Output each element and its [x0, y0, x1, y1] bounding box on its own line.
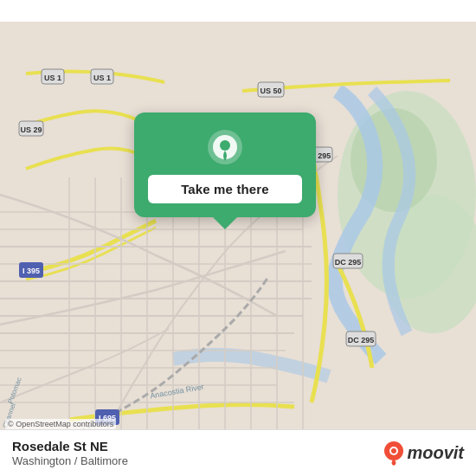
moovit-brand-text: moovit: [407, 443, 464, 463]
svg-text:DC 295: DC 295: [348, 336, 375, 344]
osm-attribution: © OpenStreetMap contributors: [5, 419, 116, 429]
location-callout: Take me there: [134, 113, 316, 217]
street-name: Rosedale St NE: [12, 439, 128, 453]
svg-text:I 395: I 395: [23, 267, 40, 275]
svg-text:US 29: US 29: [20, 125, 42, 134]
moovit-pin-icon: [384, 441, 403, 466]
svg-text:US 1: US 1: [93, 74, 111, 82]
map-container: I 395 I 695 US 1 US 29 US 1 US 50 DC 295…: [0, 0, 476, 476]
location-pin-icon: [206, 128, 244, 166]
location-info: Rosedale St NE Washington / Baltimore: [12, 439, 128, 467]
bottom-bar: Rosedale St NE Washington / Baltimore mo…: [0, 429, 476, 476]
city-name: Washington / Baltimore: [12, 454, 128, 467]
svg-text:DC 295: DC 295: [335, 258, 362, 267]
svg-point-52: [391, 448, 396, 453]
moovit-logo: moovit: [384, 441, 464, 466]
map-background: I 395 I 695 US 1 US 29 US 1 US 50 DC 295…: [0, 0, 476, 476]
svg-text:US 1: US 1: [44, 74, 61, 82]
take-me-there-button[interactable]: Take me there: [148, 175, 302, 203]
svg-text:US 50: US 50: [260, 87, 281, 95]
svg-point-49: [220, 140, 230, 151]
